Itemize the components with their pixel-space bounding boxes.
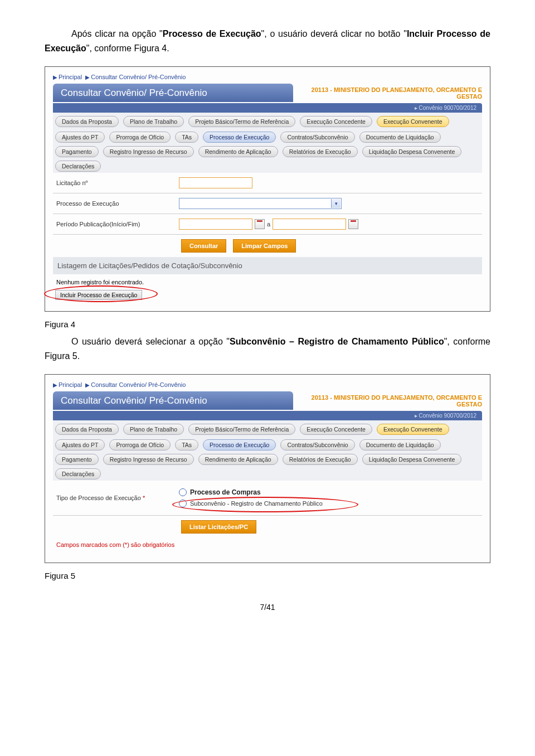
- p1-mid: ", o usuário deverá clicar no botão ": [261, 29, 407, 38]
- tab-contratos-subconvenio[interactable]: Contratos/Subconvênio: [280, 132, 354, 143]
- convenio-sub: ▸ Convênio 900700/2012: [53, 411, 482, 420]
- p2-b1: Subconvênio – Registro de Chamamento Púb…: [230, 337, 444, 346]
- tab-plano-trabalho[interactable]: Plano de Trabalho: [123, 116, 184, 127]
- tab-ajustes-pt[interactable]: Ajustes do PT: [55, 439, 105, 450]
- radio-subconvenio[interactable]: [179, 500, 187, 507]
- tab-plano-trabalho[interactable]: Plano de Trabalho: [123, 424, 184, 435]
- tab-dados-proposta[interactable]: Dados da Proposta: [55, 116, 119, 127]
- p1-b1: Processo de Execução: [163, 29, 261, 38]
- chevron-down-icon: ▾: [331, 199, 341, 208]
- tab-exec-convenente[interactable]: Execução Convenente: [377, 116, 449, 127]
- listar-licitacoes-button[interactable]: Listar Licitações/PC: [181, 520, 256, 534]
- tab-prorroga-oficio[interactable]: Prorroga de Ofício: [109, 439, 171, 450]
- filter-periodo: Período Publicação(Início/Fim) a: [53, 214, 482, 235]
- paragraph-1: Após clicar na opção "Processo de Execuç…: [45, 27, 490, 55]
- tab-rendimento-aplicacao[interactable]: Rendimento de Aplicação: [198, 454, 278, 465]
- required-mark: *: [143, 495, 145, 501]
- p1-tail: ", conforme Figura 4.: [86, 43, 169, 53]
- label-licitacao: Licitação nº: [56, 180, 179, 186]
- screenshot-figure-4: ▶Principal ▶Consultar Convênio/ Pré-Conv…: [45, 66, 490, 312]
- tab-tas[interactable]: TAs: [175, 439, 198, 450]
- chevron-icon: ▶: [53, 382, 57, 388]
- label-subconvenio: Subconvênio - Registro de Chamamento Púb…: [190, 500, 323, 507]
- crumb-principal[interactable]: Principal: [59, 74, 82, 80]
- crumb-consultar[interactable]: Consultar Convênio/ Pré-Convênio: [91, 381, 186, 388]
- tab-relatorios-execucao[interactable]: Relatórios de Execução: [283, 146, 358, 157]
- screenshot-figure-5: ▶Principal ▶Consultar Convênio/ Pré-Conv…: [45, 374, 490, 563]
- input-licitacao[interactable]: [179, 177, 252, 188]
- label-processo: Processo de Execução: [56, 200, 179, 207]
- tab-documento-liquidacao[interactable]: Documento de Liquidação: [359, 439, 441, 450]
- crumb-principal[interactable]: Principal: [59, 381, 82, 388]
- tab-prorroga-oficio[interactable]: Prorroga de Ofício: [109, 132, 171, 143]
- obrigatorios-note: Campos marcados com (*) são obrigatórios: [53, 538, 482, 551]
- listagem-head: Listagem de Licitações/Pedidos de Cotaçã…: [53, 257, 482, 274]
- tab-declaracoes[interactable]: Declarações: [55, 161, 101, 172]
- tab-exec-convenente[interactable]: Execução Convenente: [377, 424, 449, 435]
- p2-lead: O usuário deverá selecionar a opção ": [71, 337, 230, 346]
- tab-rendimento-aplicacao[interactable]: Rendimento de Aplicação: [198, 146, 278, 157]
- paragraph-2: O usuário deverá selecionar a opção "Sub…: [45, 335, 490, 363]
- filter-licitacao: Licitação nº: [53, 173, 482, 193]
- limpar-campos-button[interactable]: Limpar Campos: [233, 239, 296, 253]
- p1-lead: Após clicar na opção ": [71, 29, 163, 38]
- label-processo-compras: Processo de Compras: [190, 488, 261, 496]
- tab-contratos-subconvenio[interactable]: Contratos/Subconvênio: [280, 439, 354, 450]
- tab-liquidacao-despesa[interactable]: Liquidação Despesa Convenente: [362, 454, 462, 465]
- label-a: a: [267, 221, 270, 227]
- consultar-button[interactable]: Consultar: [181, 239, 226, 253]
- tabs-top: Dados da Proposta Plano de Trabalho Proj…: [53, 113, 482, 128]
- tabs-sub: Ajustes do PT Prorroga de Ofício TAs Pro…: [53, 128, 482, 173]
- incluir-processo-button[interactable]: Incluir Processo de Execução: [55, 290, 142, 300]
- org-label: 20113 - MINISTERIO DO PLANEJAMENTO, ORCA…: [293, 86, 482, 102]
- crumb-consultar[interactable]: Consultar Convênio/ Pré-Convênio: [91, 74, 186, 80]
- tab-documento-liquidacao[interactable]: Documento de Liquidação: [359, 132, 441, 143]
- tab-pagamento[interactable]: Pagamento: [55, 454, 99, 465]
- chevron-icon: ▶: [53, 74, 57, 80]
- chevron-icon: ▶: [85, 74, 90, 80]
- tab-ajustes-pt[interactable]: Ajustes do PT: [55, 132, 105, 143]
- calendar-icon[interactable]: [255, 219, 265, 229]
- tab-exec-concedente[interactable]: Execução Concedente: [300, 424, 372, 435]
- figure-4-caption: Figura 4: [45, 319, 490, 329]
- page-number: 7/41: [45, 603, 490, 612]
- tab-processo-execucao[interactable]: Processo de Execução: [203, 132, 276, 143]
- radio-processo-compras[interactable]: [179, 488, 187, 496]
- convenio-sub: ▸ Convênio 900700/2012: [53, 103, 482, 113]
- tab-processo-execucao[interactable]: Processo de Execução: [203, 439, 276, 450]
- label-periodo: Período Publicação(Início/Fim): [56, 221, 179, 227]
- tipo-processo-row: Tipo de Processo de Execução * Processo …: [53, 481, 482, 516]
- tabs-top: Dados da Proposta Plano de Trabalho Proj…: [53, 420, 482, 436]
- tab-registro-ingresso[interactable]: Registro Ingresso de Recurso: [103, 146, 194, 157]
- tab-projeto-basico[interactable]: Projeto Básico/Termo de Referência: [188, 116, 295, 127]
- tab-exec-concedente[interactable]: Execução Concedente: [300, 116, 372, 127]
- tab-pagamento[interactable]: Pagamento: [55, 146, 99, 157]
- breadcrumb: ▶Principal ▶Consultar Convênio/ Pré-Conv…: [53, 381, 482, 388]
- org-label: 20113 - MINISTERIO DO PLANEJAMENTO, ORCA…: [293, 394, 482, 410]
- page-title: Consultar Convênio/ Pré-Convênio: [53, 391, 293, 410]
- tab-declaracoes[interactable]: Declarações: [55, 468, 101, 479]
- page-title: Consultar Convênio/ Pré-Convênio: [53, 84, 293, 102]
- figure-5-caption: Figura 5: [45, 571, 490, 580]
- input-data-fim[interactable]: [273, 219, 346, 230]
- calendar-icon[interactable]: [348, 219, 358, 229]
- tab-dados-proposta[interactable]: Dados da Proposta: [55, 424, 119, 435]
- tab-liquidacao-despesa[interactable]: Liquidação Despesa Convenente: [362, 146, 462, 157]
- chevron-icon: ▶: [85, 382, 90, 388]
- select-processo[interactable]: ▾: [179, 198, 342, 209]
- input-data-inicio[interactable]: [179, 219, 252, 230]
- tab-tas[interactable]: TAs: [175, 132, 198, 143]
- tab-projeto-basico[interactable]: Projeto Básico/Termo de Referência: [188, 424, 295, 435]
- tabs-sub: Ajustes do PT Prorroga de Ofício TAs Pro…: [53, 436, 482, 481]
- filter-processo: Processo de Execução ▾: [53, 193, 482, 214]
- label-tipo-processo: Tipo de Processo de Execução *: [56, 495, 179, 501]
- no-result-text: Nenhum registro foi encontrado.: [53, 274, 482, 289]
- tab-relatorios-execucao[interactable]: Relatórios de Execução: [283, 454, 358, 465]
- breadcrumb: ▶Principal ▶Consultar Convênio/ Pré-Conv…: [53, 74, 482, 80]
- tab-registro-ingresso[interactable]: Registro Ingresso de Recurso: [103, 454, 194, 465]
